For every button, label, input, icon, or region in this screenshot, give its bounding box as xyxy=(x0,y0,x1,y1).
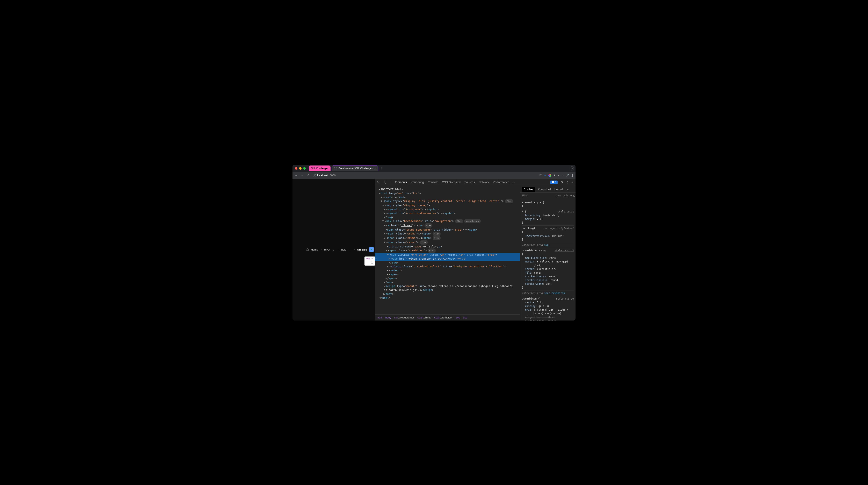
account-icon[interactable]: ⋯ xyxy=(570,166,574,170)
dom-breadcrumb[interactable]: html body nav.breadcrumbs span.crumb spa… xyxy=(375,314,520,320)
toolbar-icons: ⇱ ★ ✦ ▲ ≡ 🎤 ⋮ xyxy=(539,174,574,177)
styles-rules[interactable]: element.style {} style.css:1* { box-sizi… xyxy=(520,199,576,320)
dom-panel: <!DOCTYPE html> <html lang="en" dir="ltr… xyxy=(375,186,520,320)
tab-active[interactable]: Breadcrumbs | GUI Challenges × xyxy=(332,166,378,171)
tab-elements[interactable]: Elements xyxy=(395,180,407,184)
kebab-icon[interactable]: ⋮ xyxy=(566,180,569,184)
mic-icon[interactable]: 🎤 xyxy=(566,174,569,177)
tab-pinned[interactable]: GUI Challenges xyxy=(309,166,331,171)
styles-tabs: Styles Computed Layout » xyxy=(520,186,576,193)
dom-tree[interactable]: <!DOCTYPE html> <html lang="en" dir="ltr… xyxy=(375,186,520,314)
page-viewport: svg 24 × 24 Home → RPG⌄ → Indie⌄ → On Sa… xyxy=(292,179,375,320)
window-controls xyxy=(295,167,306,170)
device-icon[interactable] xyxy=(384,180,387,184)
home-icon xyxy=(306,248,309,251)
browser-window: GUI Challenges Breadcrumbs | GUI Challen… xyxy=(292,165,576,320)
reload-button[interactable]: ⟳ xyxy=(307,174,311,177)
site-info-icon[interactable]: i xyxy=(313,174,316,177)
close-window[interactable] xyxy=(295,167,298,170)
tab-css-overview[interactable]: CSS Overview xyxy=(442,180,461,184)
breadcrumb-home[interactable]: Home xyxy=(311,248,318,251)
new-tab-button[interactable]: + xyxy=(379,166,384,170)
breadcrumb-nav: Home → RPG⌄ → Indie⌄ → On Sale xyxy=(306,247,374,252)
issues-count: 1 xyxy=(555,181,556,183)
extension-icon[interactable] xyxy=(548,174,551,177)
tooltip-dimensions: 24 × 24 xyxy=(371,257,373,265)
menu-icon[interactable]: ⋮ xyxy=(571,174,574,177)
tab-layout[interactable]: Layout xyxy=(554,188,564,191)
inspect-icon[interactable] xyxy=(377,180,380,184)
breadcrumb-current: On Sale xyxy=(357,248,367,251)
hov-toggle[interactable]: :hov xyxy=(555,194,561,197)
tab-label: Breadcrumbs | GUI Challenges xyxy=(339,167,373,170)
cls-toggle[interactable]: .cls xyxy=(563,194,569,197)
back-button[interactable]: ← xyxy=(294,174,298,177)
globe-icon xyxy=(334,167,337,170)
tab-strip: GUI Challenges Breadcrumbs | GUI Challen… xyxy=(292,165,576,172)
forward-button[interactable]: → xyxy=(300,174,304,177)
tooltip-tag: svg xyxy=(366,257,370,265)
tab-styles[interactable]: Styles xyxy=(522,187,535,192)
sidebar-toggle-icon[interactable]: ◧ xyxy=(574,194,575,197)
reading-list-icon[interactable]: ≡ xyxy=(562,174,564,177)
extensions-icon[interactable]: ✦ xyxy=(553,174,556,177)
separator-icon: → xyxy=(336,248,339,251)
chevron-down-icon[interactable]: ⌄ xyxy=(349,248,351,251)
svg-rect-0 xyxy=(384,181,386,183)
close-tab-icon[interactable]: × xyxy=(374,167,376,170)
settings-icon[interactable]: ⚙ xyxy=(560,180,563,184)
share-icon[interactable]: ⇱ xyxy=(539,174,542,177)
styles-panel: Styles Computed Layout » :hov .cls + ◧ e… xyxy=(520,186,576,320)
filter-input[interactable] xyxy=(522,194,554,197)
tab-computed[interactable]: Computed xyxy=(538,188,551,191)
url-host: localhost xyxy=(317,174,328,177)
doctype: <!DOCTYPE html> xyxy=(379,188,403,191)
close-devtools-icon[interactable]: × xyxy=(572,180,574,184)
breadcrumb-indie[interactable]: Indie xyxy=(341,248,346,251)
tab-console[interactable]: Console xyxy=(428,180,438,184)
devtools-tabs: Elements Rendering Console CSS Overview … xyxy=(375,179,576,186)
styles-filter: :hov .cls + ◧ xyxy=(520,193,576,199)
tab-performance[interactable]: Performance xyxy=(493,180,509,184)
bookmark-icon[interactable]: ★ xyxy=(544,174,546,177)
element-tooltip: svg 24 × 24 xyxy=(365,257,375,265)
tab-label: GUI Challenges xyxy=(311,167,329,170)
maximize-window[interactable] xyxy=(303,167,306,170)
more-tabs-icon[interactable]: » xyxy=(566,187,569,192)
tab-sources[interactable]: Sources xyxy=(464,180,475,184)
separator-icon: → xyxy=(320,248,322,251)
devtools-panel: Elements Rendering Console CSS Overview … xyxy=(375,179,576,320)
url-input[interactable]: i localhost:3000 xyxy=(313,174,537,177)
address-bar: ← → ⟳ i localhost:3000 ⇱ ★ ✦ ▲ ≡ 🎤 ⋮ xyxy=(292,172,576,179)
tab-network[interactable]: Network xyxy=(478,180,489,184)
add-rule-icon[interactable]: + xyxy=(570,194,572,197)
separator-icon: → xyxy=(353,248,355,251)
ellipsis-icon[interactable]: ⋯ xyxy=(375,257,377,261)
minimize-window[interactable] xyxy=(299,167,302,170)
chevron-down-icon xyxy=(370,248,373,251)
dropdown-button[interactable] xyxy=(369,247,374,252)
profile-icon[interactable]: ▲ xyxy=(558,174,560,177)
tab-rendering[interactable]: Rendering xyxy=(410,180,424,184)
url-path: :3000 xyxy=(329,174,336,177)
breadcrumb-rpg[interactable]: RPG xyxy=(324,248,330,251)
issues-badge[interactable]: 💬 1 xyxy=(550,180,558,184)
more-tabs-icon[interactable]: » xyxy=(513,180,515,184)
chevron-down-icon[interactable]: ⌄ xyxy=(332,248,335,251)
